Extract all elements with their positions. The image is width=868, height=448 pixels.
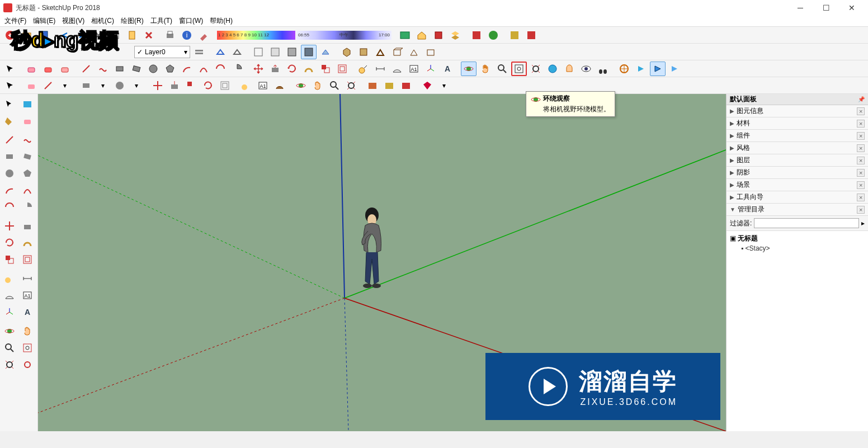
dimension-tool-icon[interactable] [372, 62, 388, 76]
pan-2-icon[interactable] [310, 78, 326, 93]
filter-input[interactable] [754, 218, 859, 228]
menu-window[interactable]: 窗口(W) [176, 15, 206, 27]
lt-component-icon[interactable] [19, 96, 36, 112]
walk-tool-icon[interactable] [595, 62, 611, 76]
zoom-extents-2-icon[interactable] [343, 78, 359, 93]
lt-protractor-icon[interactable] [1, 287, 18, 303]
paint-icon[interactable] [196, 28, 211, 43]
zoom-tool-icon[interactable] [494, 62, 510, 76]
position-camera-icon[interactable] [562, 62, 577, 76]
xray-icon[interactable] [318, 45, 333, 59]
monochrome-icon[interactable] [301, 45, 317, 59]
filter-options-icon[interactable]: ▸ [861, 219, 865, 227]
panel-scenes[interactable]: ▶场景× [727, 179, 868, 191]
pan-tool-icon[interactable] [478, 62, 493, 76]
layers-icon[interactable] [447, 28, 463, 43]
lt-freehand-icon[interactable] [19, 132, 36, 148]
warehouse-2-icon[interactable] [365, 78, 380, 93]
lt-offset-icon[interactable] [19, 252, 36, 267]
panel-outliner[interactable]: ▼管理目录× [727, 204, 868, 216]
close-icon[interactable]: × [857, 181, 865, 189]
menu-view[interactable]: 视图(V) [59, 15, 88, 27]
lt-pie-icon[interactable] [19, 199, 36, 215]
minimize-button[interactable]: ─ [787, 0, 813, 16]
follow-me-icon[interactable] [301, 62, 317, 76]
lt-tape-icon[interactable] [1, 271, 18, 286]
close-button[interactable]: ✕ [839, 0, 865, 16]
select-tool-icon[interactable] [2, 62, 18, 76]
left-view-icon[interactable] [423, 45, 438, 59]
move-2-icon[interactable] [150, 78, 166, 93]
lt-rect-icon[interactable] [1, 149, 18, 164]
previous-view-icon[interactable] [545, 62, 560, 76]
menu-tools[interactable]: 工具(T) [147, 15, 176, 27]
outliner-tree[interactable]: ▣ 无标题 ▪ <Stacy> [727, 231, 868, 431]
shaded-wireframe-icon[interactable] [251, 45, 266, 59]
circle-tool-icon[interactable] [145, 62, 161, 76]
back-view-icon[interactable] [406, 45, 422, 59]
panel-entity-info[interactable]: ▶图元信息× [727, 105, 868, 117]
close-icon[interactable]: × [857, 107, 865, 115]
lt-pushpull-icon[interactable] [19, 218, 36, 234]
shaded-icon[interactable] [267, 45, 283, 59]
erase-3-icon[interactable] [57, 62, 73, 76]
top-view-icon[interactable] [356, 45, 371, 59]
arc-2-icon[interactable] [196, 62, 211, 76]
offset-2-icon[interactable] [217, 78, 233, 93]
close-icon[interactable]: × [857, 120, 865, 128]
orbit-tool-icon[interactable] [461, 62, 477, 76]
3dtext-tool-icon[interactable]: A [440, 62, 455, 76]
rotate-2-icon[interactable] [200, 78, 216, 93]
circle-2-icon[interactable] [112, 78, 128, 93]
time-slider[interactable]: 06:55 中午 17:00 [296, 31, 391, 40]
lt-text-icon[interactable]: A1 [19, 287, 36, 303]
section-display-icon[interactable] [633, 62, 649, 76]
drop-3-icon[interactable]: ▾ [95, 78, 111, 93]
zoom-extents-icon[interactable] [528, 62, 544, 76]
menu-camera[interactable]: 相机(C) [88, 15, 117, 27]
lt-3dtext-icon[interactable]: A [19, 304, 36, 320]
lt-prev-icon[interactable] [19, 357, 36, 372]
panel-shadows[interactable]: ▶阴影× [727, 167, 868, 179]
close-icon[interactable]: × [857, 194, 865, 201]
push-pull-icon[interactable] [267, 62, 283, 76]
lt-line-icon[interactable] [1, 132, 18, 148]
plugin-1-icon[interactable] [469, 28, 484, 43]
panel-components[interactable]: ▶组件× [727, 130, 868, 142]
maximize-button[interactable]: ☐ [813, 0, 839, 16]
menu-file[interactable]: 文件(F) [1, 15, 30, 27]
lt-rotate-icon[interactable] [1, 235, 18, 251]
orbit-2-icon[interactable] [293, 78, 309, 93]
tape-measure-icon[interactable] [356, 62, 371, 76]
panel-materials[interactable]: ▶材料× [727, 117, 868, 130]
erase-2-icon[interactable] [40, 62, 56, 76]
menu-edit[interactable]: 编辑(E) [30, 15, 59, 27]
lt-arc3-icon[interactable] [1, 199, 18, 215]
hidden-line-icon[interactable] [229, 45, 245, 59]
scale-tool-icon[interactable] [318, 62, 333, 76]
lt-orbit-icon[interactable] [1, 323, 18, 339]
pencil-2-icon[interactable] [40, 78, 56, 93]
drop-2-icon[interactable]: ▾ [57, 78, 73, 93]
outliner-child[interactable]: ▪ <Stacy> [741, 244, 865, 253]
offset-tool-icon[interactable] [334, 62, 350, 76]
paint-2-icon[interactable] [272, 78, 287, 93]
text-tool-icon[interactable]: A1 [406, 62, 422, 76]
rect-2-icon[interactable] [78, 78, 94, 93]
protractor-icon[interactable] [389, 62, 405, 76]
paste-icon[interactable] [124, 28, 140, 43]
line-tool-icon[interactable] [78, 62, 94, 76]
pushpull-2-icon[interactable] [167, 78, 182, 93]
lt-zoomwin-icon[interactable] [19, 340, 36, 356]
rotated-rect-icon[interactable] [129, 62, 144, 76]
outliner-root[interactable]: ▣ 无标题 [730, 233, 865, 244]
lt-dim-icon[interactable] [19, 271, 36, 286]
menu-draw[interactable]: 绘图(R) [117, 15, 147, 27]
layer-selector[interactable]: ✓ Layer0 ▾ [134, 46, 190, 58]
axes-tool-icon[interactable] [423, 62, 438, 76]
close-icon[interactable]: × [857, 144, 865, 152]
plugin-4-icon[interactable] [523, 28, 539, 43]
panel-layers[interactable]: ▶图层× [727, 154, 868, 167]
warehouse-icon[interactable] [414, 28, 430, 43]
model-info-icon[interactable]: i [179, 28, 195, 43]
